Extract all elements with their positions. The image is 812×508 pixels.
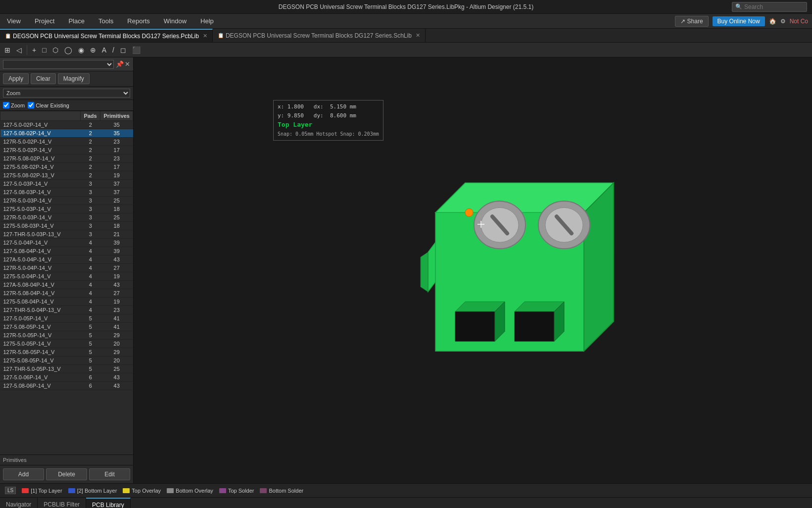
toolbar-cross-btn[interactable]: +	[30, 45, 39, 55]
table-row[interactable]: 127-5.08-03P-14_V 3 37	[0, 188, 133, 197]
search-area[interactable]: 🔍	[732, 2, 807, 12]
buy-online-button[interactable]: Buy Online Now	[713, 16, 765, 26]
toolbar-filter-btn[interactable]: ⊞	[2, 45, 13, 55]
table-row[interactable]: 127A-5.0-04P-14_V 4 43	[0, 255, 133, 264]
table-row[interactable]: 1275-5.0-04P-14_V 4 19	[0, 272, 133, 281]
table-row[interactable]: 127-5.0-02P-14_V 2 35	[0, 121, 133, 129]
toolbar-square-btn[interactable]: □	[40, 45, 48, 55]
clear-button[interactable]: Clear	[31, 73, 56, 84]
component-name: 127R-5.0-03P-14_V	[0, 213, 81, 222]
layer-bottom-solder[interactable]: Bottom Solder	[260, 488, 303, 494]
bottom-overlay-label: Bottom Overlay	[176, 488, 213, 494]
apply-button[interactable]: Apply	[3, 73, 29, 84]
layer-top[interactable]: [1] Top Layer	[22, 488, 62, 494]
clear-existing-checkbox-label[interactable]: Clear Existing	[28, 102, 69, 108]
ls-button[interactable]: LS	[5, 487, 16, 494]
tab-bar: 📋 DEGSON PCB Universal Screw Terminal Bl…	[0, 29, 812, 43]
toolbar-circle-btn[interactable]: ◯	[62, 45, 75, 55]
tab-pcblib-close[interactable]: ✕	[203, 33, 207, 39]
panel-close-icon[interactable]: ✕	[125, 60, 130, 68]
toolbar-line-btn[interactable]: /	[110, 45, 117, 55]
tab-pcb-library[interactable]: PCB Library	[86, 498, 131, 508]
tab-pcblib[interactable]: 📋 DEGSON PCB Universal Screw Terminal Bl…	[0, 29, 213, 42]
menu-view[interactable]: View	[4, 15, 24, 27]
menu-place[interactable]: Place	[65, 15, 88, 27]
layer-bottom-overlay[interactable]: Bottom Overlay	[167, 488, 213, 494]
table-row[interactable]: 127S-5.08-02P-13_V 2 19	[0, 171, 133, 180]
tab-pcblib-filter[interactable]: PCBLIB Filter	[38, 498, 86, 508]
toolbar-solid-btn[interactable]: ⬛	[130, 45, 143, 55]
toolbar-hex-btn[interactable]: ⬡	[50, 45, 61, 55]
toolbar-back-btn[interactable]: ◁	[14, 45, 24, 55]
table-row[interactable]: 127-5.08-04P-14_V 4 39	[0, 247, 133, 255]
menu-help[interactable]: Help	[197, 15, 217, 27]
magnify-button[interactable]: Magnify	[58, 73, 90, 84]
table-row[interactable]: 127-5.0-04P-14_V 4 39	[0, 239, 133, 247]
table-row[interactable]: 1275-5.08-05P-14_V 5 20	[0, 356, 133, 365]
search-dropdown[interactable]: Zoom	[3, 89, 130, 98]
table-row[interactable]: 127R-5.0-04P-14_V 4 27	[0, 264, 133, 272]
component-pads: 4	[81, 247, 100, 255]
zoom-checkbox-label[interactable]: Zoom	[3, 102, 25, 108]
component-name: 1275-5.0-05P-14_V	[0, 340, 81, 348]
table-row[interactable]: 127R-5.0-03P-14_V 3 25	[0, 213, 133, 222]
clear-existing-checkbox[interactable]	[28, 102, 34, 108]
add-button[interactable]: Add	[3, 468, 44, 480]
table-row[interactable]: 1275-5.08-04P-14_V 4 19	[0, 298, 133, 306]
table-row[interactable]: 1275-5.08-03P-14_V 3 18	[0, 222, 133, 230]
table-row[interactable]: 127R-5.08-02P-14_V 2 23	[0, 154, 133, 163]
table-row[interactable]: 127R-5.0-02P-14_V 2 17	[0, 146, 133, 154]
toolbar-fill-circle-btn[interactable]: ◉	[76, 45, 87, 55]
not-connected-label: Not Co	[790, 18, 808, 25]
menu-reports[interactable]: Reports	[124, 15, 153, 27]
search-input[interactable]	[744, 3, 804, 10]
component-pads: 5	[81, 314, 100, 323]
table-row[interactable]: 127R-5.08-04P-14_V 4 27	[0, 289, 133, 298]
share-button[interactable]: ↗ Share	[675, 16, 709, 27]
table-row[interactable]: 127A-5.08-04P-14_V 4 43	[0, 281, 133, 289]
col-header-pads: Pads	[81, 111, 100, 121]
panel-dropdown[interactable]	[3, 60, 114, 69]
toolbar-crosshair-btn[interactable]: ⊕	[88, 45, 98, 55]
menu-window[interactable]: Window	[161, 15, 190, 27]
component-pads: 3	[81, 188, 100, 197]
panel-icons: 📌 ✕	[116, 60, 130, 68]
table-row[interactable]: 127-5.0-05P-14_V 5 41	[0, 314, 133, 323]
table-row[interactable]: 127-5.08-02P-14_V 2 35	[0, 129, 133, 138]
table-row[interactable]: 127-THR-5.0-03P-13_V 3 21	[0, 230, 133, 239]
edit-button[interactable]: Edit	[89, 468, 130, 480]
table-row[interactable]: 127-5.0-03P-14_V 3 37	[0, 180, 133, 188]
component-primitives: 35	[100, 121, 133, 129]
toolbar-rect-btn[interactable]: ◻	[118, 45, 129, 55]
delete-button[interactable]: Delete	[46, 468, 87, 480]
layer-top-overlay[interactable]: Top Overlay	[123, 488, 161, 494]
table-row[interactable]: 1275-5.0-05P-14_V 5 20	[0, 340, 133, 348]
svg-point-17	[465, 208, 473, 216]
canvas-area[interactable]: x: 1.800 dx: 5.150 mm y: 9.850 dy: 8.600…	[134, 57, 812, 483]
table-row[interactable]: 127-THR-5.0-04P-13_V 4 23	[0, 306, 133, 314]
table-row[interactable]: 127R-5.0-03P-14_V 3 25	[0, 197, 133, 205]
toolbar-text-btn[interactable]: A	[99, 45, 109, 55]
table-row[interactable]: 1275-5.0-03P-14_V 3 18	[0, 205, 133, 213]
zoom-checkbox[interactable]	[3, 102, 9, 108]
table-row[interactable]: 127R-5.0-05P-14_V 5 29	[0, 331, 133, 340]
table-row[interactable]: 127-5.0-06P-14_V 6 43	[0, 373, 133, 382]
component-name: 127A-5.08-04P-14_V	[0, 281, 81, 289]
table-row[interactable]: 127-5.08-06P-14_V 6 43	[0, 382, 133, 390]
tab-navigator[interactable]: Navigator	[0, 498, 38, 508]
table-row[interactable]: 1275-5.08-02P-14_V 2 17	[0, 163, 133, 171]
layer-top-solder[interactable]: Top Solder	[219, 488, 254, 494]
table-row[interactable]: 127-5.08-05P-14_V 5 41	[0, 323, 133, 331]
component-pads: 4	[81, 239, 100, 247]
menu-tools[interactable]: Tools	[96, 15, 116, 27]
table-row[interactable]: 127R-5.08-05P-14_V 5 29	[0, 348, 133, 356]
layer-bottom[interactable]: [2] Bottom Layer	[68, 488, 117, 494]
tab-schlib-close[interactable]: ✕	[416, 32, 420, 39]
home-icon[interactable]: 🏠	[769, 18, 776, 25]
table-row[interactable]: 127R-5.0-02P-14_V 2 23	[0, 138, 133, 146]
settings-icon[interactable]: ⚙	[780, 18, 786, 25]
panel-pin-icon[interactable]: 📌	[116, 60, 124, 68]
tab-schlib[interactable]: 📋 DEGSON PCB Universal Screw Terminal Bl…	[213, 29, 426, 42]
table-row[interactable]: 127-THR-5.0-05P-13_V 5 25	[0, 365, 133, 373]
menu-project[interactable]: Project	[32, 15, 57, 27]
